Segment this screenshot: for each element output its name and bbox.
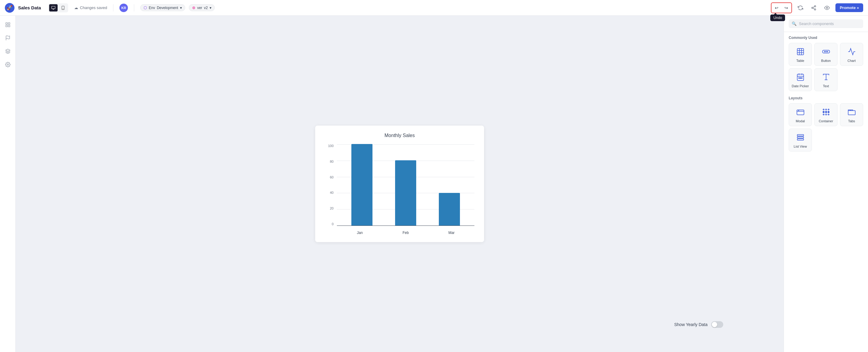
table-icon [795, 46, 806, 57]
chart-icon [846, 46, 857, 57]
container-icon [820, 107, 832, 117]
undo-redo-group: ↩ ↪ Undo [771, 2, 792, 13]
container-label: Container [819, 119, 833, 123]
button-icon [820, 46, 832, 57]
chart-title: Monthly Sales [325, 133, 474, 138]
cloud-icon: ☁ [74, 5, 78, 10]
svg-rect-29 [799, 78, 799, 78]
chevron-down-icon: ▾ [180, 6, 182, 10]
svg-rect-16 [797, 49, 803, 55]
main-layout: Monthly Sales 0 20 40 60 80 100 [0, 16, 868, 352]
env-selector[interactable]: ⬡ Env Development ▾ [140, 4, 185, 11]
svg-rect-30 [800, 78, 801, 78]
datepicker-component-card[interactable]: Date Picker [789, 68, 812, 91]
tabs-component-card[interactable]: Tabs [840, 103, 863, 126]
toggle-row: Show Yearly Data [674, 321, 723, 328]
promote-button[interactable]: Promote » [835, 3, 863, 12]
logo: 🚀 [5, 3, 14, 13]
svg-point-22 [824, 51, 825, 52]
header-divider-1 [113, 4, 114, 11]
button-component-card[interactable]: Button [814, 43, 838, 66]
svg-rect-34 [797, 110, 804, 115]
y-label-60: 60 [330, 176, 334, 179]
svg-point-40 [823, 109, 824, 110]
component-search-bar[interactable]: 🔍 [789, 19, 863, 28]
bar-jan-rect [351, 144, 372, 226]
chart-label: Chart [847, 59, 856, 62]
search-icon: 🔍 [792, 22, 797, 26]
header: 🚀 Sales Data ☁ Changes saved KR ⬡ Env De… [0, 0, 868, 16]
undo-button[interactable]: ↩ [772, 4, 781, 12]
svg-point-24 [827, 51, 828, 52]
y-label-0: 0 [332, 223, 334, 226]
tabs-icon [846, 107, 857, 117]
datepicker-icon [795, 71, 806, 82]
sidebar-item-flags[interactable] [2, 33, 13, 43]
svg-rect-49 [797, 139, 803, 140]
user-avatar[interactable]: KR [119, 4, 128, 12]
commonly-used-section: Commonly Used Table Button [784, 32, 868, 160]
svg-rect-47 [797, 135, 803, 136]
share-button[interactable] [809, 3, 818, 13]
x-label-mar: Mar [429, 231, 474, 235]
chart-container: 0 20 40 60 80 100 [325, 144, 474, 235]
svg-rect-9 [6, 23, 7, 24]
svg-point-5 [815, 9, 816, 10]
sync-button[interactable] [796, 3, 805, 13]
chart-component-card[interactable]: Chart [840, 43, 863, 66]
svg-rect-46 [848, 111, 855, 115]
bar-feb-rect [395, 160, 416, 226]
save-status: ☁ Changes saved [74, 5, 107, 10]
desktop-device-btn[interactable] [49, 4, 58, 11]
env-label: Env [149, 6, 155, 10]
bar-mar [434, 193, 465, 226]
version-icon: ⊛ [192, 5, 195, 10]
ver-label: ver [197, 6, 203, 10]
left-sidebar [0, 16, 16, 352]
mobile-device-btn[interactable] [59, 4, 67, 11]
svg-point-39 [828, 111, 829, 113]
env-value: Development [157, 6, 178, 10]
preview-button[interactable] [822, 3, 832, 13]
chart-widget[interactable]: Monthly Sales 0 20 40 60 80 100 [315, 125, 484, 242]
bar-mar-rect [439, 193, 460, 226]
x-label-jan: Jan [337, 231, 383, 235]
layouts-grid: Modal Container Tabs [789, 103, 863, 151]
listview-icon [795, 132, 806, 143]
svg-line-6 [813, 8, 815, 9]
device-switcher [48, 3, 68, 12]
text-component-card[interactable]: Text [814, 68, 838, 91]
modal-label: Modal [796, 119, 805, 123]
commonly-used-grid: Table Button Chart [789, 43, 863, 91]
bar-feb [390, 160, 421, 226]
svg-point-2 [63, 8, 63, 9]
right-panel-header: 🔍 [784, 16, 868, 32]
ver-chevron-icon: ▾ [210, 6, 211, 10]
sidebar-item-pages[interactable] [2, 19, 13, 30]
layouts-title: Layouts [789, 96, 863, 100]
sidebar-item-components[interactable] [2, 46, 13, 57]
modal-component-card[interactable]: Modal [789, 103, 812, 126]
table-component-card[interactable]: Table [789, 43, 812, 66]
container-component-card[interactable]: Container [814, 103, 838, 126]
svg-point-15 [7, 64, 8, 65]
header-divider-2 [134, 4, 134, 11]
listview-label: List View [794, 145, 807, 148]
svg-point-4 [812, 7, 813, 8]
svg-point-42 [828, 109, 829, 110]
svg-line-7 [813, 6, 815, 7]
search-input[interactable] [799, 22, 860, 26]
x-label-feb: Feb [383, 231, 429, 235]
listview-component-card[interactable]: List View [789, 128, 812, 151]
table-label: Table [796, 59, 804, 62]
y-label-100: 100 [328, 144, 334, 148]
redo-button[interactable]: ↪ [782, 4, 791, 12]
svg-rect-0 [52, 6, 55, 8]
toggle-label: Show Yearly Data [674, 322, 708, 327]
svg-point-23 [826, 51, 826, 52]
yearly-toggle[interactable] [711, 321, 723, 328]
version-selector[interactable]: ⊛ ver v2 ▾ [189, 4, 215, 11]
svg-rect-48 [797, 137, 803, 138]
sidebar-item-settings[interactable] [2, 59, 13, 70]
ver-value: v2 [204, 6, 208, 10]
